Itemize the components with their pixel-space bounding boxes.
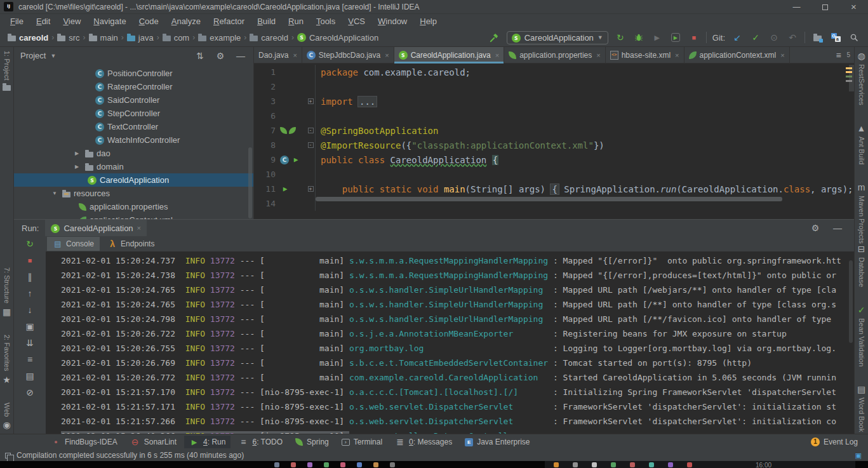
fold-collapse-icon[interactable]: - [308, 142, 314, 148]
minimize-button[interactable]: — [782, 0, 811, 14]
tab-close-icon[interactable]: × [780, 51, 784, 59]
breadcrumb-item-java[interactable]: java [127, 33, 154, 43]
toolbar-history-button[interactable]: ⊙ [768, 31, 780, 44]
console-scroll-up-button[interactable]: ↑ [25, 288, 36, 298]
tree-item-applicationcontext-xml[interactable]: applicationContext.xml [14, 213, 253, 219]
tree-item-domain[interactable]: ▶domain [14, 160, 253, 173]
menu-file[interactable]: File [4, 15, 30, 27]
project-scrollbar[interactable] [248, 147, 252, 218]
toolbar-project-structure-button[interactable] [811, 31, 824, 44]
breadcrumb-item-careold[interactable]: careold [250, 33, 288, 43]
taskbar-icon[interactable] [291, 462, 296, 467]
tree-expanded-arrow[interactable]: ▼ [52, 191, 59, 196]
console-output[interactable]: 2021-02-01 15:20:24.737 INFO 13772 --- [… [46, 251, 854, 434]
toolbar-rerun-button[interactable]: ↻ [614, 31, 627, 44]
project-collapse-all-button[interactable]: ⇅ [194, 50, 206, 62]
console-scroll-down-button[interactable]: ↓ [25, 304, 36, 315]
tool-window-button-word-book[interactable]: ▤Word Book [857, 384, 867, 432]
breadcrumb-item-main[interactable]: main [89, 33, 118, 43]
tab-close-icon[interactable]: × [495, 51, 499, 59]
tool-window-button-bean-validation[interactable]: ✓Bean Validation [857, 305, 867, 366]
console-pause-button[interactable]: ∥ [25, 271, 36, 282]
toolbar-update-project-button[interactable]: ↙ [731, 31, 744, 44]
toolwindow-button-run[interactable]: ▶4: Run [184, 436, 230, 448]
toolbar-translate-button[interactable] [829, 31, 842, 44]
project-view-selector[interactable]: Project [20, 51, 46, 60]
tool-window-button-7-structure[interactable]: 7: Structure▦ [2, 267, 12, 317]
tree-collapsed-arrow[interactable]: ▶ [75, 150, 82, 156]
menu-build[interactable]: Build [251, 15, 282, 27]
run-hide-button[interactable]: — [831, 222, 844, 234]
tree-item-positioncontroller[interactable]: CPositionController [14, 67, 253, 80]
run-settings-button[interactable]: ⚙ [809, 222, 822, 234]
taskbar-icon[interactable] [611, 462, 616, 467]
hidden-tabs-indicator[interactable]: ≡ 5 [836, 47, 854, 63]
toolbar-run-with-coverage-button[interactable]: ▶ [669, 31, 682, 44]
console-scrollbar[interactable] [849, 260, 853, 343]
menu-code[interactable]: Code [133, 15, 165, 27]
editor-tab-hbase-site-xml[interactable]: <>hbase-site.xml× [606, 47, 684, 63]
breadcrumb-item-src[interactable]: src [57, 33, 79, 43]
editor-tab-application-properties[interactable]: application.properties× [504, 47, 606, 63]
tool-window-button-1-project[interactable]: 1: Project [3, 51, 11, 91]
toolwindow-button-sonarlint[interactable]: ⊖SonarLint [125, 435, 182, 449]
menu-window[interactable]: Window [371, 15, 413, 27]
toolwindow-button-terminal[interactable]: ›Terminal [337, 436, 387, 448]
console-snapshot-button[interactable]: ▣ [25, 321, 36, 331]
menu-edit[interactable]: Edit [30, 15, 57, 27]
editor-tab-careoldapplication-java[interactable]: sCareoldApplication.java× [394, 47, 505, 63]
toolwindow-button-java-enterprise[interactable]: EJava Enterprise [460, 436, 535, 448]
taskbar-icon[interactable] [340, 462, 345, 467]
tool-window-button-2-favorites[interactable]: 2: Favorites★ [2, 335, 12, 384]
taskbar-icon[interactable] [274, 462, 279, 467]
taskbar-icon[interactable] [390, 462, 395, 467]
tab-close-icon[interactable]: × [596, 51, 600, 59]
taskbar-icon[interactable] [630, 462, 635, 467]
tab-close-icon[interactable]: × [137, 224, 141, 232]
editor-tab-applicationcontext-xml[interactable]: applicationContext.xml× [684, 47, 790, 63]
taskbar-icon[interactable] [668, 462, 673, 467]
console-list-button[interactable]: ≡ [25, 354, 36, 364]
toolwindow-button-spring[interactable]: Spring [290, 436, 334, 448]
tab-console[interactable]: ▤Console [47, 237, 100, 251]
editor-tab-dao-java[interactable]: Dao.java× [254, 47, 302, 63]
toolbar-search-everywhere-button[interactable] [848, 31, 860, 44]
tree-item-stepcontroller[interactable]: CStepController [14, 107, 253, 120]
taskbar-icon[interactable] [592, 462, 597, 467]
console-stop-button[interactable]: ■ [25, 255, 36, 265]
taskbar-icon[interactable] [357, 462, 362, 467]
fold-expand-icon[interactable]: + [308, 98, 314, 104]
run-session-tab[interactable]: s CareoldApplication × [45, 220, 147, 236]
menu-vcs[interactable]: VCS [342, 15, 371, 27]
tree-item-textcontroller[interactable]: CTextController [14, 120, 253, 133]
editor-tab-stepjdbcdao-java[interactable]: CStepJdbcDao.java× [302, 47, 394, 63]
tab-close-icon[interactable]: × [293, 51, 297, 59]
menu-help[interactable]: Help [413, 15, 443, 27]
console-rerun-button[interactable]: ↻ [25, 238, 36, 249]
maximize-button[interactable] [811, 0, 839, 14]
tree-item-resources[interactable]: ▼resources [14, 187, 253, 200]
status-widget-icon[interactable]: ▣ [855, 451, 868, 460]
breadcrumb-item-com[interactable]: com [163, 33, 190, 43]
toolbar-debug-button[interactable] [632, 31, 645, 44]
fold-collapse-icon[interactable]: - [308, 128, 314, 133]
build-button[interactable] [488, 31, 501, 44]
toolbar-commit-button[interactable]: ✓ [749, 31, 762, 44]
tool-window-button-restservices[interactable]: ◍RestServices [857, 51, 867, 105]
tool-window-button-database[interactable]: ⊟Database [857, 244, 867, 287]
menu-analyze[interactable]: Analyze [165, 15, 207, 27]
toolwindow-button-todo[interactable]: ≡6: TODO [233, 435, 288, 449]
menu-run[interactable]: Run [282, 15, 310, 27]
toolbar-run-button[interactable]: ▶ [651, 31, 664, 44]
tool-window-button-maven-projects[interactable]: mMaven Projects [857, 182, 867, 244]
toolwindow-button-findbugs-idea[interactable]: ●FindBugs-IDEA [46, 436, 123, 448]
console-print-button[interactable]: ▤ [25, 370, 36, 381]
tool-window-button-web[interactable]: Web◉ [2, 403, 12, 430]
menu-navigate[interactable]: Navigate [87, 15, 132, 27]
tree-collapsed-arrow[interactable]: ▶ [75, 164, 82, 170]
editor-horizontal-scrollbar[interactable] [316, 197, 782, 201]
taskbar-icon[interactable] [687, 462, 692, 467]
taskbar-icon[interactable] [649, 462, 654, 467]
code-editor[interactable]: 1package com.example.careold;23+import .… [254, 64, 854, 219]
taskbar-icon[interactable] [373, 462, 378, 467]
